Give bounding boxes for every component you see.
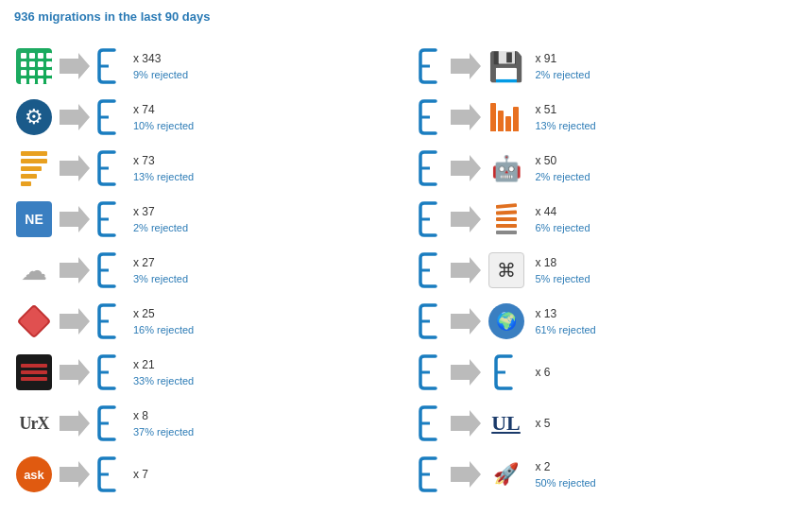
ne-icon: NE [14, 199, 54, 239]
bracket-cursor-icon [95, 99, 124, 135]
migration-stats: x 6 [536, 364, 551, 381]
bracket-cursor-icon [95, 456, 124, 492]
migration-count: x 6 [536, 364, 551, 381]
svg-marker-23 [451, 155, 481, 181]
bracket-cursor-icon [95, 405, 124, 441]
rejected-percent: 13% rejected [133, 169, 194, 185]
migration-count: x 44 [536, 203, 590, 220]
ul-icon: UL [487, 403, 526, 443]
migration-count: x 91 [536, 50, 590, 67]
android-icon: 🤖 [487, 148, 526, 188]
rejected-percent: 2% rejected [133, 220, 188, 236]
migration-stats: x 2133% rejected [133, 356, 194, 389]
migration-stats: x 912% rejected [536, 50, 590, 83]
ask-icon: ask [14, 455, 54, 494]
bracket-cursor-icon [95, 150, 124, 186]
arrow-icon [60, 410, 90, 437]
svg-marker-14 [60, 410, 90, 437]
bracket-cursor-icon [417, 48, 445, 84]
bracket-cursor-icon [417, 252, 445, 288]
migration-count: x 25 [133, 305, 194, 322]
migration-stats: x 7 [133, 466, 148, 483]
disk-icon: 💾 [487, 46, 526, 86]
migration-row: NEx 372% rejected [14, 196, 388, 243]
svg-marker-4 [60, 155, 90, 181]
migration-row: 🌍x 1361% rejected [417, 298, 791, 345]
migration-count: x 13 [536, 305, 596, 322]
svg-marker-36 [451, 461, 481, 488]
migration-count: x 21 [133, 356, 194, 373]
migration-row: 🚀x 250% rejected [417, 451, 791, 498]
migration-count: x 343 [133, 50, 188, 67]
keyboard-icon: ⌘ [487, 250, 526, 290]
svg-marker-25 [451, 206, 481, 232]
migration-count: x 2 [536, 458, 596, 475]
svg-marker-29 [451, 308, 481, 335]
migration-row: ULx 5 [417, 400, 791, 447]
migration-stats: x 5113% rejected [536, 101, 596, 134]
migration-stats: x 273% rejected [133, 254, 188, 287]
rejected-percent: 10% rejected [133, 118, 194, 134]
migration-count: x 74 [133, 101, 194, 118]
arrow-icon [60, 155, 90, 181]
svg-marker-19 [451, 53, 481, 79]
migration-stats: x 185% rejected [536, 254, 590, 287]
migrations-grid: x 3439% rejected⚙x 7410% rejected x 7313… [14, 43, 790, 498]
grid-icon [14, 46, 54, 86]
bracket-dest-icon [487, 352, 526, 392]
bracket-cursor-icon [417, 201, 445, 237]
migration-row: UrXx 837% rejected [14, 400, 388, 447]
globe-icon: 🌍 [487, 301, 526, 341]
migration-count: x 18 [536, 254, 590, 271]
left-column: x 3439% rejected⚙x 7410% rejected x 7313… [14, 43, 388, 498]
rejected-percent: 50% rejected [536, 475, 596, 491]
migration-count: x 37 [133, 203, 188, 220]
migration-row: ⚙x 7410% rejected [14, 94, 388, 141]
migration-stats: x 1361% rejected [536, 305, 596, 338]
bracket-cursor-icon [417, 99, 445, 135]
bracket-cursor-icon [95, 303, 124, 339]
migration-stats: x 250% rejected [536, 458, 596, 491]
arrow-icon [451, 206, 481, 232]
rejected-percent: 16% rejected [133, 322, 194, 338]
rejected-percent: 13% rejected [536, 118, 596, 134]
arrow-icon [451, 104, 481, 130]
migration-count: x 73 [133, 152, 194, 169]
arrow-icon [60, 461, 90, 488]
migration-row: x 2516% rejected [14, 298, 388, 345]
svg-marker-8 [60, 257, 90, 283]
arrow-icon [451, 155, 481, 181]
bracket-cursor-icon [417, 150, 445, 186]
bracket-cursor-icon [95, 48, 124, 84]
rejected-percent: 5% rejected [536, 271, 590, 287]
migration-stats: x 502% rejected [536, 152, 590, 185]
migration-stats: x 3439% rejected [133, 50, 188, 83]
arrow-icon [60, 257, 90, 283]
migration-count: x 5 [536, 415, 551, 432]
migration-row: x 7313% rejected [14, 145, 388, 192]
gear-icon: ⚙ [14, 97, 54, 137]
svg-marker-6 [60, 206, 90, 232]
migration-row: 💾x 912% rejected [417, 43, 791, 90]
migration-stats: x 7313% rejected [133, 152, 194, 185]
bracket-cursor-icon [417, 354, 445, 390]
arrow-icon [60, 104, 90, 130]
migration-row: ⌘x 185% rejected [417, 247, 791, 294]
bracket-cursor-icon [417, 303, 445, 339]
header-label: migrations in the last 90 days [38, 9, 210, 24]
migration-stats: x 2516% rejected [133, 305, 194, 338]
svg-marker-34 [451, 410, 481, 437]
rejected-percent: 37% rejected [133, 424, 194, 440]
svg-marker-27 [451, 257, 481, 283]
migration-count: x 8 [133, 407, 194, 424]
svg-marker-2 [60, 104, 90, 130]
svg-marker-0 [60, 53, 90, 79]
migration-stats: x 5 [536, 415, 551, 432]
migration-stats: x 372% rejected [133, 203, 188, 236]
rejected-percent: 3% rejected [133, 271, 188, 287]
bars-icon [487, 97, 526, 137]
arrow-icon [451, 359, 481, 386]
migration-row: 🤖x 502% rejected [417, 145, 791, 192]
stackoverflow-icon [487, 199, 526, 239]
migration-row: askx 7 [14, 451, 388, 498]
